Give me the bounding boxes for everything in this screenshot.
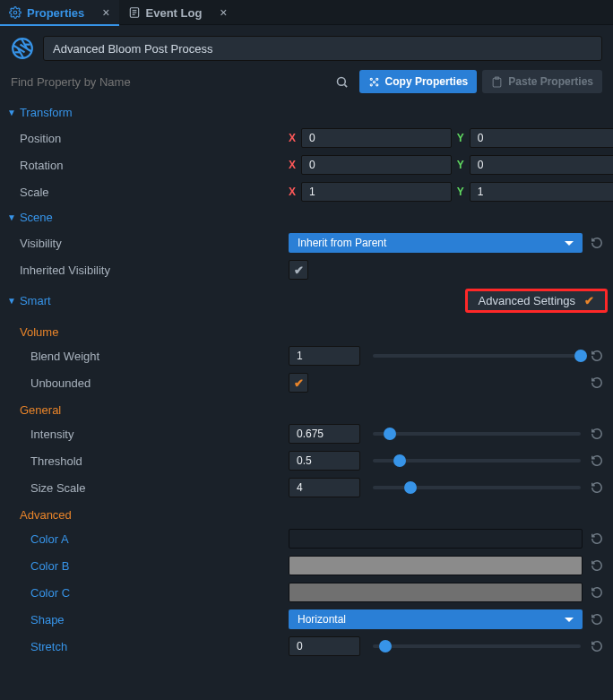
subgroup-advanced: Advanced bbox=[0, 501, 613, 525]
property-inherited-visibility: Inherited Visibility ✔ bbox=[0, 256, 613, 283]
reset-icon[interactable] bbox=[586, 423, 608, 445]
property-filter-input[interactable] bbox=[5, 70, 325, 93]
color-c-swatch[interactable] bbox=[289, 583, 583, 602]
size-scale-input[interactable] bbox=[289, 478, 360, 497]
property-label[interactable]: Shape bbox=[30, 613, 289, 627]
property-color-b: Color B bbox=[0, 552, 613, 579]
blend-weight-input[interactable] bbox=[289, 346, 360, 366]
svg-point-0 bbox=[13, 11, 17, 14]
axis-x-label: X bbox=[289, 186, 296, 198]
blend-weight-slider[interactable] bbox=[373, 354, 581, 358]
section-title: Transform bbox=[20, 106, 73, 119]
intensity-slider[interactable] bbox=[373, 432, 581, 436]
subgroup-volume: Volume bbox=[0, 318, 613, 342]
reset-icon[interactable] bbox=[586, 232, 608, 254]
copy-properties-button[interactable]: Copy Properties bbox=[359, 70, 478, 93]
reset-icon[interactable] bbox=[586, 372, 608, 393]
close-icon[interactable]: × bbox=[102, 5, 109, 20]
property-label[interactable]: Color B bbox=[30, 559, 289, 573]
chevron-down-icon: ▼ bbox=[7, 108, 16, 117]
property-label: Threshold bbox=[30, 454, 289, 468]
property-visibility: Visibility Inherit from Parent bbox=[0, 229, 613, 256]
reset-icon[interactable] bbox=[586, 555, 608, 576]
property-color-c: Color C bbox=[0, 579, 613, 606]
object-name-input[interactable] bbox=[43, 36, 602, 61]
rotation-x-input[interactable] bbox=[301, 155, 452, 175]
property-label[interactable]: Stretch bbox=[30, 640, 289, 653]
position-y-input[interactable] bbox=[470, 128, 613, 148]
property-label: Visibility bbox=[20, 237, 289, 250]
tab-properties[interactable]: Properties × bbox=[0, 0, 119, 25]
filter-row: Copy Properties Paste Properties bbox=[0, 66, 613, 100]
button-label: Paste Properties bbox=[508, 75, 593, 88]
svg-line-13 bbox=[344, 84, 347, 87]
reset-icon[interactable] bbox=[586, 528, 608, 549]
axis-y-label: Y bbox=[457, 132, 464, 144]
size-scale-slider[interactable] bbox=[373, 486, 581, 489]
advanced-settings-toggle[interactable]: Advanced Settings ✔ bbox=[465, 289, 608, 313]
rotation-y-input[interactable] bbox=[470, 155, 613, 175]
tab-label: Properties bbox=[27, 6, 84, 20]
reset-icon[interactable] bbox=[586, 635, 608, 657]
color-b-swatch[interactable] bbox=[289, 556, 583, 575]
visibility-select[interactable]: Inherit from Parent bbox=[289, 233, 583, 253]
svg-point-15 bbox=[376, 78, 377, 80]
property-intensity: Intensity bbox=[0, 420, 613, 447]
axis-y-label: Y bbox=[457, 186, 464, 198]
property-stretch: Stretch bbox=[0, 633, 613, 660]
subgroup-general: General bbox=[0, 396, 613, 420]
color-a-swatch[interactable] bbox=[289, 529, 583, 549]
search-icon[interactable] bbox=[331, 70, 354, 93]
scale-x-input[interactable] bbox=[301, 182, 452, 202]
paste-properties-button[interactable]: Paste Properties bbox=[482, 70, 602, 93]
list-icon bbox=[128, 6, 141, 19]
reset-icon[interactable] bbox=[586, 450, 608, 471]
svg-point-16 bbox=[370, 83, 372, 85]
property-rotation: Rotation X Y Z bbox=[0, 151, 613, 178]
position-x-input[interactable] bbox=[301, 128, 452, 148]
shape-select[interactable]: Horizontal bbox=[289, 609, 583, 629]
property-label: Scale bbox=[20, 186, 289, 199]
gear-icon bbox=[9, 6, 22, 19]
section-title: Scene bbox=[20, 211, 53, 224]
svg-point-14 bbox=[370, 78, 372, 80]
tab-event-log[interactable]: Event Log × bbox=[119, 0, 237, 25]
property-scale: Scale X Y Z bbox=[0, 178, 613, 205]
unbounded-checkbox[interactable]: ✔ bbox=[289, 373, 308, 393]
property-label: Blend Weight bbox=[30, 350, 289, 363]
reset-icon[interactable] bbox=[586, 345, 608, 367]
property-threshold: Threshold bbox=[0, 447, 613, 474]
stretch-input[interactable] bbox=[289, 636, 360, 656]
inherited-visibility-checkbox[interactable]: ✔ bbox=[289, 260, 308, 280]
threshold-slider[interactable] bbox=[373, 459, 581, 462]
property-blend-weight: Blend Weight bbox=[0, 342, 613, 369]
tab-bar: Properties × Event Log × bbox=[0, 0, 613, 25]
close-icon[interactable]: × bbox=[220, 5, 227, 20]
section-scene[interactable]: ▼ Scene bbox=[0, 205, 613, 229]
chevron-down-icon: ▼ bbox=[7, 296, 16, 306]
property-label: Position bbox=[20, 132, 289, 145]
property-label: Unbounded bbox=[30, 376, 289, 390]
section-transform[interactable]: ▼ Transform bbox=[0, 100, 613, 125]
reset-icon[interactable] bbox=[586, 477, 608, 498]
reset-icon[interactable] bbox=[586, 609, 608, 630]
toggle-label: Advanced Settings bbox=[479, 294, 575, 307]
object-header bbox=[0, 25, 613, 66]
threshold-input[interactable] bbox=[289, 451, 360, 471]
property-label[interactable]: Color C bbox=[30, 586, 289, 600]
check-icon: ✔ bbox=[584, 294, 594, 307]
property-label: Inherited Visibility bbox=[20, 264, 289, 277]
section-smart[interactable]: ▼ Smart Advanced Settings ✔ bbox=[0, 283, 613, 318]
property-size-scale: Size Scale bbox=[0, 474, 613, 501]
scale-y-input[interactable] bbox=[470, 182, 613, 202]
property-unbounded: Unbounded ✔ bbox=[0, 369, 613, 396]
svg-point-17 bbox=[376, 83, 377, 85]
reset-icon[interactable] bbox=[586, 582, 608, 603]
property-position: Position X Y Z bbox=[0, 125, 613, 151]
intensity-input[interactable] bbox=[289, 424, 360, 444]
property-shape: Shape Horizontal bbox=[0, 606, 613, 633]
property-label[interactable]: Color A bbox=[30, 532, 289, 546]
axis-x-label: X bbox=[289, 159, 296, 171]
axis-y-label: Y bbox=[457, 159, 464, 171]
stretch-slider[interactable] bbox=[373, 644, 581, 648]
